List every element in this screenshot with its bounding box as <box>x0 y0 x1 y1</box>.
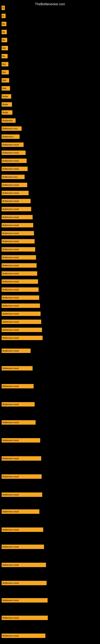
bar-label: Bottle <box>2 111 8 114</box>
bar-label: B <box>2 7 4 9</box>
bar-label: Bottleneck result <box>2 296 19 299</box>
bar-label: Bottleneck resu <box>2 128 18 130</box>
bar-label: Bottleneck result <box>2 475 19 478</box>
bar-item: Bo <box>1 22 6 26</box>
bar-label: Bottleneck result <box>2 152 19 154</box>
bar-item: Bo <box>1 54 8 58</box>
bar-item: Bottleneck <box>1 118 16 123</box>
bar-item: Bottleneck result <box>1 402 35 406</box>
bar-item: Bottleneck result <box>1 231 34 236</box>
bar-item: Bottle <box>1 110 12 115</box>
bar-item: Bottleneck result <box>1 255 36 260</box>
bar-item: Bottleneck result <box>1 336 43 340</box>
bar-label: Bottleneck result <box>2 280 19 283</box>
bar-label: Bottleneck result <box>2 256 19 258</box>
bar-label: Bo <box>2 31 5 33</box>
bar-item: Bottleneck resu <box>1 175 25 179</box>
bar-label: Bottleneck resu <box>2 176 18 178</box>
bar-label: Bottleneck result <box>2 248 19 250</box>
bar-item: Bottleneck result <box>1 634 46 638</box>
bar-label: Bottleneck result <box>2 528 19 531</box>
bar-label: Bottleneck result <box>2 617 19 619</box>
bar-label: Bottleneck result <box>2 224 19 226</box>
bar-item: Bottleneck result <box>1 320 41 324</box>
bar-label: Bot <box>2 71 6 74</box>
bar-item: Bottleneck result <box>1 456 41 461</box>
bar-label: Bottleneck result <box>2 264 19 267</box>
bar-item: Bottleneck result <box>1 215 33 219</box>
bar-item: Bottleneck result <box>1 263 37 268</box>
bar-item: Bottleneck result <box>1 312 41 316</box>
bar-label: B <box>2 15 4 17</box>
bar-label: Bottleneck result <box>2 200 19 202</box>
bar-item: Bottleneck result <box>1 492 42 497</box>
bar-item: Bottleneck result <box>1 598 48 602</box>
bar-item: Bo <box>1 30 7 34</box>
bar-item: Bottleneck result <box>1 366 33 370</box>
bar-label: Bottleneck result <box>2 144 19 146</box>
bar-label: Bottle <box>2 103 8 106</box>
bar-label: Bottleneck result <box>2 546 19 548</box>
bar-label: Bottleneck result <box>2 634 19 637</box>
bar-item: Bottleneck result <box>1 167 28 171</box>
bar-item: Bottleneck result <box>1 288 39 292</box>
bar-label: Bottleneck result <box>2 320 19 323</box>
bar-item: Bottleneck r <box>1 134 20 139</box>
bar-label: Bottleneck r <box>2 136 14 138</box>
bar-item: Bottleneck result <box>1 420 36 425</box>
site-title: TheBottlenecker.com <box>0 1 100 8</box>
bar-label: Bottleneck result <box>2 599 19 602</box>
bar-label: Bottleneck result <box>2 240 19 242</box>
bar-item: Bottleneck result <box>1 616 48 620</box>
bar-label: Bottleneck result <box>2 403 19 406</box>
bar-label: Bottleneck result <box>2 350 19 352</box>
bar-item: B <box>1 14 6 18</box>
bar-label: Bottleneck result <box>2 184 19 186</box>
bar-item: Bottleneck result <box>1 438 40 442</box>
bar-item: Bottleneck result <box>1 183 27 187</box>
bar-label: Bottleneck result <box>2 367 19 370</box>
bar-label: Bottle <box>2 95 8 98</box>
bar-item: Bottleneck result <box>1 191 29 195</box>
bar-label: Bottleneck result <box>2 494 19 496</box>
bar-item: B <box>1 6 5 10</box>
bar-label: Bottleneck result <box>2 304 19 307</box>
bar-label: Bottleneck result <box>2 192 19 194</box>
bar-item: Bo <box>1 38 7 42</box>
bar-item: Bottleneck result <box>1 296 39 300</box>
bar-item: Bottleneck result <box>1 199 31 203</box>
bar-item: Bottleneck result <box>1 304 40 308</box>
bar-item: Bottleneck result <box>1 279 38 284</box>
bar-item: Bottleneck result <box>1 348 31 353</box>
bar-item: Bottleneck result <box>1 271 37 276</box>
bar-item: Bot <box>1 70 9 74</box>
bar-label: Bottleneck result <box>2 232 19 234</box>
bar-item: Bottleneck result <box>1 563 46 567</box>
bar-label: Bottleneck result <box>2 160 19 162</box>
bar-item: Bottleneck result <box>1 142 24 147</box>
bar-label: Bottleneck result <box>2 510 19 513</box>
bar-label: Bott <box>2 79 6 82</box>
bar-item: Bottleneck resu <box>1 126 22 131</box>
bar-label: Bottleneck result <box>2 385 19 388</box>
bar-label: Bottleneck <box>2 119 13 122</box>
bar-item: Bottleneck result <box>1 528 43 532</box>
bar-item: Bott <box>1 78 9 82</box>
bar-item: Bottleneck result <box>1 384 34 388</box>
bar-label: Bottleneck result <box>2 312 19 315</box>
bar-item: Bottleneck result <box>1 247 35 252</box>
bar-label: Bottleneck result <box>2 457 19 460</box>
bar-item: Bottleneck result <box>1 544 44 549</box>
bar-label: Bot <box>2 63 6 66</box>
bar-item: Bot <box>1 46 8 50</box>
bar-item: Bottleneck result <box>1 474 42 479</box>
bar-item: Bottle <box>1 94 11 98</box>
bar-item: Bottleneck result <box>1 239 35 244</box>
bar-label: Bottleneck result <box>2 288 19 291</box>
bar-label: Bottleneck result <box>2 439 19 442</box>
bar-item: Bottleneck result <box>1 207 31 211</box>
bar-item: Bottleneck result <box>1 509 39 514</box>
bar-label: Bot <box>2 47 6 49</box>
bar-item: Bottleneck result <box>1 158 27 163</box>
bar-label: Bottleneck result <box>2 208 19 210</box>
